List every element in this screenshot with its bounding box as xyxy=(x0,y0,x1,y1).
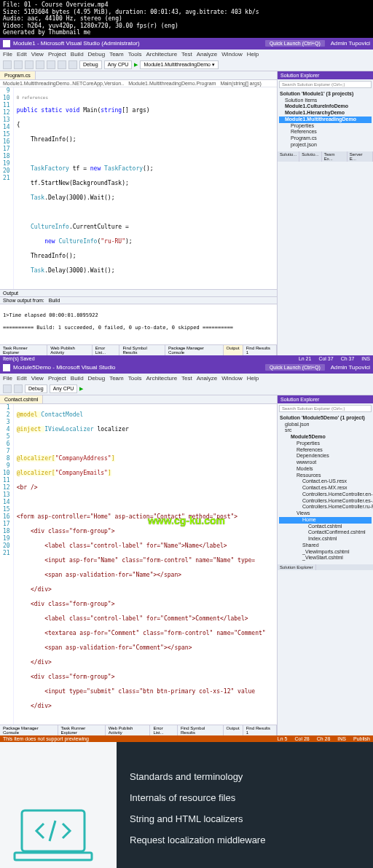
overview-slide: Standards and terminology Internals of r… xyxy=(0,742,373,868)
bullet-4: Request localization middleware xyxy=(130,835,360,845)
title-bar[interactable]: Module1 - Microsoft Visual Studio (Admin… xyxy=(0,38,373,50)
vs-logo-icon xyxy=(3,40,10,47)
watermark: www.cg-ku.com xyxy=(148,515,225,526)
menu-project[interactable]: Project xyxy=(48,51,66,58)
platform-combo[interactable]: Any CPU xyxy=(104,60,133,69)
open-icon[interactable] xyxy=(36,60,44,69)
side-search[interactable]: Search Solution Explorer (Ctrl+;) xyxy=(279,81,372,88)
tree-selected[interactable]: Module1.MultithreadingDemo xyxy=(279,117,372,123)
toolbar[interactable]: Debug Any CPU ▶ xyxy=(0,383,373,395)
bottom-tabs[interactable]: Package Manager Console Task Runner Expl… xyxy=(0,725,277,735)
save-icon[interactable] xyxy=(47,60,55,69)
new-icon[interactable] xyxy=(25,60,34,69)
quick-launch[interactable]: Quick Launch (Ctrl+Q) xyxy=(265,364,325,371)
back-icon[interactable] xyxy=(3,60,12,69)
svg-rect-1 xyxy=(15,853,92,860)
menu-bar[interactable]: File Edit View Project Build Debug Team … xyxy=(0,50,373,59)
output-source-combo[interactable]: Build xyxy=(49,298,60,303)
output-title: Output xyxy=(3,291,18,296)
redo-icon[interactable] xyxy=(68,60,77,69)
status-bar: This item does not support previewing Ln… xyxy=(0,735,373,742)
menu-file[interactable]: File xyxy=(3,51,12,58)
side-tab-strip[interactable]: Solutio... Solutio... Team Ex... Server … xyxy=(278,151,373,162)
start-debug-icon[interactable]: ▶ xyxy=(134,62,138,68)
menu-test[interactable]: Test xyxy=(181,51,192,58)
output-text[interactable]: 1>Time elapsed 00:00:01.8095922 ========… xyxy=(0,304,277,344)
side-title: Solution Explorer xyxy=(278,71,373,79)
solution-node[interactable]: Solution 'Module1' (3 projects) xyxy=(279,91,372,98)
vs-logo-icon xyxy=(3,364,10,371)
menu-build[interactable]: Build xyxy=(71,51,84,58)
menu-team[interactable]: Team xyxy=(109,51,124,58)
window-title: Module1 - Microsoft Visual Studio (Admin… xyxy=(13,40,140,47)
start-target[interactable]: Module1.MultithreadingDemo ▾ xyxy=(140,60,218,69)
vs-ide-1: Module1 - Microsoft Visual Studio (Admin… xyxy=(0,38,373,362)
line-gutter: 9101112131415161718192021 xyxy=(0,87,14,290)
status-bar: Item(s) Saved Ln 21 Col 37 Ch 37 INS xyxy=(0,355,373,362)
tab-contact[interactable]: Contact.cshtml xyxy=(0,395,43,403)
tree-selected[interactable]: Home xyxy=(279,517,372,524)
window-title: Module5Demo - Microsoft Visual Studio xyxy=(13,364,115,371)
back-icon[interactable] xyxy=(3,384,12,393)
output-from-label: Show output from: xyxy=(3,298,44,303)
undo-icon[interactable] xyxy=(58,60,66,69)
code-body[interactable]: 0 references public static void Main(str… xyxy=(14,87,157,290)
title-bar[interactable]: Module5Demo - Microsoft Visual Studio Qu… xyxy=(0,362,373,374)
user-name[interactable]: Admin Tupovici xyxy=(331,40,370,47)
laptop-code-icon xyxy=(13,808,93,866)
editor-tabs[interactable]: Contact.cshtml xyxy=(0,395,277,404)
menu-analyze[interactable]: Analyze xyxy=(197,51,217,58)
start-debug-icon[interactable]: ▶ xyxy=(79,386,83,392)
bullet-3: String and HTML localizers xyxy=(130,813,360,824)
config-combo[interactable]: Debug xyxy=(25,384,47,393)
bullet-2: Internals of resource files xyxy=(130,792,360,803)
editor-tabs[interactable]: Program.cs xyxy=(0,71,277,80)
menu-tools[interactable]: Tools xyxy=(128,51,142,58)
tab-programcs[interactable]: Program.cs xyxy=(0,71,36,79)
bullet-1: Standards and terminology xyxy=(130,771,360,782)
toolbar[interactable]: Debug Any CPU ▶ Module1.MultithreadingDe… xyxy=(0,59,373,71)
platform-combo[interactable]: Any CPU xyxy=(50,384,78,393)
breadcrumb[interactable]: Module1.MultithreadingDemo..NETCoreApp,V… xyxy=(0,80,277,87)
menu-architecture[interactable]: Architecture xyxy=(146,51,177,58)
forward-icon[interactable] xyxy=(14,60,23,69)
slide-left-panel xyxy=(0,742,117,868)
slide-bullets: Standards and terminology Internals of r… xyxy=(117,742,373,868)
solution-explorer[interactable]: Solution Explorer Search Solution Explor… xyxy=(277,71,373,355)
solution-explorer[interactable]: Solution Explorer Search Solution Explor… xyxy=(277,395,373,735)
quick-launch[interactable]: Quick Launch (Ctrl+Q) xyxy=(265,40,325,47)
menu-view[interactable]: View xyxy=(31,51,44,58)
code-editor[interactable]: 9101112131415161718192021 0 references p… xyxy=(0,87,277,290)
menu-debug[interactable]: Debug xyxy=(88,51,106,58)
user-name[interactable]: Admin Tupovici xyxy=(331,364,370,371)
menu-bar[interactable]: FileEditViewProjectBuildDebugTeamToolsAr… xyxy=(0,374,373,383)
video-metadata: File: 01 - Course Overview.mp4 Size: 519… xyxy=(0,0,373,38)
bottom-tabs[interactable]: Task Runner Explorer Web Publish Activit… xyxy=(0,344,277,355)
menu-window[interactable]: Window xyxy=(221,51,242,58)
code-editor[interactable]: 123456789101112131415161718192021 @model… xyxy=(0,404,277,725)
code-body[interactable]: @model ContactModel @inject IViewLocaliz… xyxy=(14,404,269,725)
menu-help[interactable]: Help xyxy=(247,51,259,58)
save-icon[interactable] xyxy=(14,384,23,393)
menu-edit[interactable]: Edit xyxy=(17,51,27,58)
config-combo[interactable]: Debug xyxy=(79,60,102,69)
line-gutter: 123456789101112131415161718192021 xyxy=(0,404,14,725)
vs-ide-2: Module5Demo - Microsoft Visual Studio Qu… xyxy=(0,362,373,742)
output-panel: Output Show output from: Build 1>Time el… xyxy=(0,289,277,355)
